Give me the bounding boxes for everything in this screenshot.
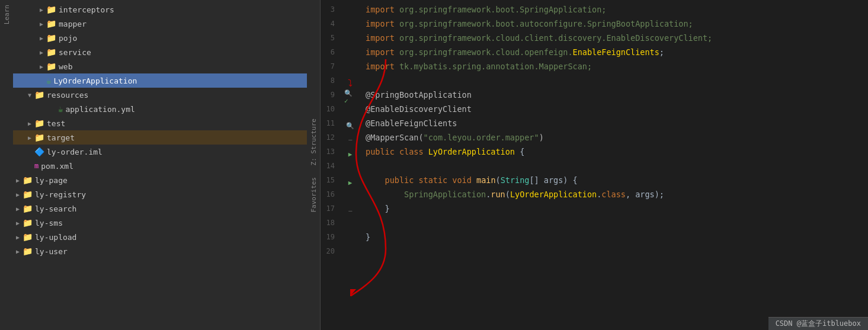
right-tab-panel: Z: Structure Favorites: [307, 0, 320, 330]
tree-item-ly-page[interactable]: ▶ 📁 ly-page: [13, 173, 320, 187]
folder-icon-pojo: 📁: [46, 33, 56, 43]
gutter-15[interactable]: ▶: [344, 175, 356, 190]
code-content[interactable]: import org.springframework.boot.SpringAp…: [356, 2, 868, 328]
code-line-14: [366, 159, 868, 173]
label-pojo: pojo: [59, 34, 77, 43]
folder-icon-service: 📁: [46, 47, 56, 57]
arrow-ly-page: ▶: [13, 177, 23, 184]
arrow-ly-search: ▶: [13, 206, 23, 212]
pom-icon: m: [34, 162, 39, 170]
tree-item-application-yml[interactable]: ☕ application.yml: [13, 102, 320, 116]
gutter-10: [344, 104, 356, 118]
tree-item-ly-registry[interactable]: ▶ 📁 ly-registry: [13, 187, 320, 201]
label-web: web: [59, 62, 72, 71]
line-num-14: 14: [321, 159, 339, 173]
line-num-20: 20: [321, 244, 339, 258]
tree-item-ly-user[interactable]: ▶ 📁 ly-user: [13, 244, 320, 258]
code-line-16: SpringApplication.run(LyOrderApplication…: [366, 187, 868, 201]
label-service: service: [59, 48, 91, 57]
gutter-19: [344, 232, 356, 246]
tree-item-interceptors[interactable]: ▶ 📁 interceptors: [13, 2, 320, 17]
label-ly-sms: ly-sms: [35, 219, 63, 228]
arrow-mapper: ▶: [37, 21, 46, 27]
line-num-12: 12: [321, 130, 339, 145]
learn-tab[interactable]: Learn: [3, 5, 11, 24]
label-target: target: [47, 133, 75, 142]
line-num-13: 13: [321, 145, 339, 159]
tree-item-service[interactable]: ▶ 📁 service: [13, 45, 320, 59]
gutter-9[interactable]: 🔍✓: [344, 90, 356, 104]
label-test: test: [47, 119, 65, 128]
arrow-pojo: ▶: [37, 35, 46, 41]
code-line-9: @SpringBootApplication: [366, 88, 868, 102]
arrow-service: ▶: [37, 49, 46, 56]
line-num-4: 4: [321, 17, 339, 31]
line-num-15: 15: [321, 173, 339, 187]
code-line-13: public class LyOrderApplication {: [366, 145, 868, 159]
line-num-9: 9: [321, 88, 339, 102]
code-line-3: import org.springframework.boot.SpringAp…: [366, 2, 868, 17]
arrow-interceptors: ▶: [37, 7, 46, 13]
sidebar: Learn ▶ 📁 interceptors ▶ 📁 mapper ▶ 📁 po…: [0, 0, 320, 330]
tree-item-test[interactable]: ▶ 📁 test: [13, 116, 320, 130]
gutter-20: [344, 246, 356, 261]
status-bar: CSDN @蓝盒子itbluebox: [768, 317, 868, 330]
line-num-7: 7: [321, 59, 339, 73]
line-num-3: 3: [321, 2, 339, 17]
arrow-ly-user: ▶: [13, 248, 23, 255]
label-ly-search: ly-search: [35, 204, 76, 213]
tree-item-resources[interactable]: ▼ 📁 resources: [13, 88, 320, 102]
file-tree: ▶ 📁 interceptors ▶ 📁 mapper ▶ 📁 pojo ▶ 📁…: [13, 0, 320, 330]
label-ly-order-iml: ly-order.iml: [47, 148, 103, 156]
gutter-13[interactable]: ▶: [344, 147, 356, 161]
tree-item-ly-order-iml[interactable]: 🔷 ly-order.iml: [13, 145, 320, 159]
gutter-7: [344, 62, 356, 76]
label-interceptors: interceptors: [59, 5, 114, 14]
code-line-19: }: [366, 230, 868, 244]
label-resources: resources: [47, 91, 88, 100]
status-text: CSDN @蓝盒子itbluebox: [776, 319, 861, 328]
left-tab-panel: Learn: [0, 0, 13, 330]
code-line-20: [366, 244, 868, 258]
tree-item-pojo[interactable]: ▶ 📁 pojo: [13, 31, 320, 45]
gutter-4: [344, 19, 356, 33]
code-line-7: import tk.mybatis.spring.annotation.Mapp…: [366, 59, 868, 73]
favorites-tab[interactable]: Favorites: [310, 177, 318, 213]
tree-item-ly-sms[interactable]: ▶ 📁 ly-sms: [13, 216, 320, 230]
code-line-17: }: [366, 201, 868, 216]
line-num-16: 16: [321, 187, 339, 201]
tree-item-mapper[interactable]: ▶ 📁 mapper: [13, 17, 320, 31]
label-application-yml: application.yml: [65, 105, 134, 114]
folder-icon-ly-search: 📁: [23, 204, 33, 213]
label-ly-registry: ly-registry: [35, 190, 86, 199]
arrow-ly-upload: ▶: [13, 234, 23, 241]
gutter-8: ⤵: [344, 76, 356, 90]
iml-icon: 🔷: [34, 147, 44, 156]
code-area[interactable]: 3 4 5 6 7 8 9 10 11 12 13 14 15 16 17 18…: [321, 0, 868, 330]
arrow-ly-registry: ▶: [13, 191, 23, 198]
label-ly-upload: ly-upload: [35, 233, 76, 242]
tree-item-target[interactable]: ▶ 📁 target: [13, 130, 320, 145]
folder-icon-ly-upload: 📁: [23, 232, 33, 242]
line-num-17: 17: [321, 201, 339, 216]
gutter-17: −: [344, 204, 356, 218]
gutter-11[interactable]: 🔍: [344, 118, 356, 133]
tree-item-ly-search[interactable]: ▶ 📁 ly-search: [13, 201, 320, 216]
folder-icon-ly-sms: 📁: [23, 218, 33, 228]
label-pom-xml: pom.xml: [41, 162, 73, 171]
code-line-12: @MapperScan("com.leyou.order.mapper"): [366, 130, 868, 145]
folder-icon-target: 📁: [34, 133, 44, 142]
tree-item-pom-xml[interactable]: m pom.xml: [13, 159, 320, 173]
arrow-web: ▶: [37, 63, 46, 70]
label-mapper: mapper: [59, 20, 87, 28]
code-editor: 3 4 5 6 7 8 9 10 11 12 13 14 15 16 17 18…: [321, 0, 868, 330]
tree-item-ly-upload[interactable]: ▶ 📁 ly-upload: [13, 230, 320, 244]
tree-item-web[interactable]: ▶ 📁 web: [13, 59, 320, 73]
tree-item-LyOrderApplication[interactable]: ☕ LyOrderApplication: [13, 73, 320, 88]
java-icon-LyOrderApplication: ☕: [46, 76, 51, 85]
structure-tab[interactable]: Z: Structure: [310, 118, 318, 165]
label-ly-page: ly-page: [35, 176, 68, 185]
gutter-12: −: [344, 133, 356, 147]
folder-icon-interceptors: 📁: [46, 5, 56, 14]
gutter-5: [344, 33, 356, 47]
